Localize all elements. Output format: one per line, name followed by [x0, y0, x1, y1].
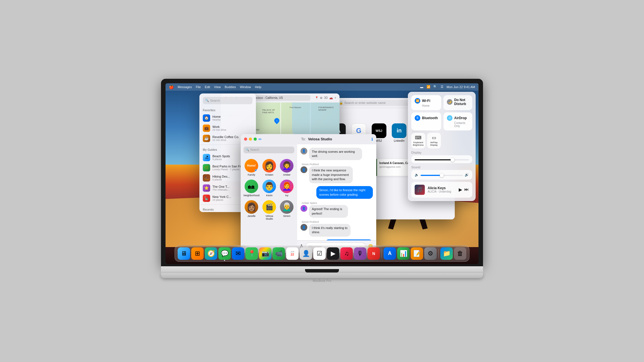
play-icon[interactable]: ▶: [459, 187, 462, 192]
contact-kevin[interactable]: 👨 Kevin: [261, 178, 278, 198]
menubar-app-name[interactable]: Messages: [178, 85, 192, 89]
chat-msg-2-group: Simon Pickford 👤 I think the new sequenc…: [301, 163, 362, 183]
messages-minimize-button[interactable]: [249, 138, 252, 141]
msg5-sender: Simon Pickford: [301, 221, 360, 223]
dock-photos[interactable]: 📷: [259, 247, 271, 260]
dock: 🖥 ⊞ 🧭 💬 ✉ 📍: [175, 245, 469, 262]
dock-music[interactable]: ♫: [340, 247, 353, 260]
airdrop-icon: ⊙: [447, 115, 452, 121]
dock-launchpad[interactable]: ⊞: [191, 247, 204, 260]
numbers-icon: 📊: [400, 250, 407, 257]
dock-mail[interactable]: ✉: [232, 247, 244, 260]
contact-kristen[interactable]: 👩 Kristen: [261, 158, 278, 177]
menubar-buddies[interactable]: Buddies: [225, 85, 236, 89]
search-icon[interactable]: 🔍: [433, 85, 438, 89]
dock-reminders[interactable]: ☑: [313, 247, 326, 260]
ivy-avatar: 👩‍🦰: [280, 180, 293, 193]
dock-appletv[interactable]: ▶: [327, 247, 339, 260]
album-art: 🎵: [415, 185, 425, 195]
layers-icon[interactable]: ⊞: [320, 96, 322, 99]
zoom-in-icon[interactable]: +: [334, 96, 336, 99]
notification-icon[interactable]: ☰: [440, 85, 444, 89]
msg4-sender: Amber Spiers: [301, 202, 356, 204]
messages-search-field[interactable]: 🔍 Search: [243, 147, 294, 153]
macbook-label: MacBook Pro: [161, 278, 483, 284]
home-icon: 🏠: [203, 114, 210, 122]
dock-news[interactable]: N: [367, 247, 380, 260]
compose-icon[interactable]: ✏: [258, 137, 262, 141]
cc-sound-knob[interactable]: [440, 173, 444, 177]
battery-icon: ▬: [419, 85, 424, 89]
menubar-window[interactable]: Window: [240, 85, 251, 89]
menubar-right: ▬ 📶 🔍 ☰ Mon Jun 22 9:41 AM: [419, 85, 475, 89]
maps-item-home[interactable]: 🏠 Home Nearby: [199, 113, 256, 123]
chat-msg-5-group: Simon Pickford 👤 I think it's really sta…: [301, 221, 360, 237]
messages-close-button[interactable]: [244, 138, 247, 141]
3d-icon[interactable]: 3D: [324, 96, 328, 99]
maps-item-work[interactable]: 💼 Work 23 min drive: [199, 123, 256, 133]
apple-menu[interactable]: 🍎: [169, 85, 174, 89]
dock-appstore[interactable]: A: [384, 247, 396, 260]
dock-facetime[interactable]: 📹: [273, 247, 285, 260]
msg4-bubble: Agreed! The ending is perfect!: [309, 205, 348, 218]
skip-icon[interactable]: ⏭: [464, 187, 469, 192]
dock-finder[interactable]: 🖥: [178, 247, 190, 260]
macbook-notch: [305, 269, 339, 272]
dock-calendar[interactable]: JUN 22: [286, 247, 299, 260]
dock-sysprefs[interactable]: ⚙: [424, 247, 437, 260]
dock-maps[interactable]: 📍: [245, 247, 258, 260]
dock-podcasts[interactable]: 🎙: [354, 247, 366, 260]
menubar-view[interactable]: View: [214, 85, 221, 89]
music-controls: ▶ ⏭: [459, 187, 469, 192]
cc-top-grid: 📶 Wi-Fi Home 🌙 Do NotDisturb: [411, 95, 472, 130]
beach-icon: 🏖: [203, 154, 210, 161]
neighborhood-name: Neighborhood: [243, 194, 260, 197]
traffic-icon[interactable]: 🚗: [329, 96, 333, 99]
dock-safari[interactable]: 🧭: [205, 247, 217, 260]
messages-maximize-button[interactable]: [254, 138, 257, 141]
fav-item-linkedin[interactable]: in LinkedIn: [391, 123, 408, 145]
maps-search-placeholder: Search: [210, 99, 220, 102]
cc-bluetooth-tile[interactable]: B Bluetooth: [411, 112, 441, 130]
dock-finder2[interactable]: 📁: [440, 247, 453, 260]
onetw-icon: ⭐: [203, 184, 210, 192]
cc-airplay-tile[interactable]: ▭ AirPlayDisplay: [427, 133, 441, 149]
news-icon: N: [372, 251, 375, 256]
cc-keyboard-tile[interactable]: ⌨ KeyboardBrightness: [411, 133, 425, 149]
menubar-help[interactable]: Help: [255, 85, 261, 89]
contact-simon[interactable]: 👨‍🦳 Simon: [279, 199, 295, 221]
hiking-icon: 🥾: [203, 174, 210, 182]
kevin-name: Kevin: [266, 194, 273, 197]
dock-messages[interactable]: 💬: [218, 247, 231, 260]
cc-display-knob[interactable]: [451, 158, 454, 162]
dock-contacts[interactable]: 👤: [300, 247, 312, 260]
newyork-icon: 🗽: [203, 195, 210, 202]
messages-info-icon[interactable]: ℹ: [371, 137, 373, 141]
dock-pages[interactable]: 📝: [411, 247, 423, 260]
dock-numbers[interactable]: 📊: [397, 247, 410, 260]
menubar-file[interactable]: File: [196, 85, 201, 89]
appstore-icon: A: [388, 250, 392, 256]
maps-search-bar[interactable]: 🔍 Search: [203, 97, 253, 104]
wifi-icon[interactable]: 📶: [426, 85, 431, 89]
macbook-bottom-bar: [161, 273, 483, 278]
contact-velosa[interactable]: 🎬 Velosa Studio: [261, 199, 278, 221]
contact-ivy[interactable]: 👩‍🦰 Ivy: [279, 178, 295, 198]
dock-trash[interactable]: 🗑: [454, 247, 466, 260]
cc-display-slider-row: [411, 155, 472, 163]
chat-msg-4: 👤 Agreed! The ending is perfect!: [301, 205, 348, 218]
cc-dnd-tile[interactable]: 🌙 Do NotDisturb: [443, 95, 472, 110]
cc-sound-slider[interactable]: [421, 175, 463, 176]
menubar-edit[interactable]: Edit: [205, 85, 210, 89]
contact-amber[interactable]: 👩‍🦱 Amber: [279, 158, 295, 177]
cc-wifi-tile[interactable]: 📶 Wi-Fi Home: [411, 95, 441, 110]
chat-msg-1: 👤 The driving scenes are working well.: [301, 148, 362, 160]
cc-airdrop-tile[interactable]: ⊙ AirDrop Contacts Only: [443, 112, 472, 130]
cc-display-slider[interactable]: [415, 159, 469, 160]
contact-neighborhood[interactable]: 🏘 Neighborhood: [243, 178, 260, 198]
contact-janelle[interactable]: 👩🏽 Janelle: [243, 199, 260, 221]
airplay-icon: ▭: [432, 135, 436, 140]
music-info: Alicia Keys ALICIA · Underdog: [428, 186, 456, 193]
contact-family[interactable]: Home! Family: [243, 158, 260, 177]
neighborhood-avatar: 🏘: [245, 180, 258, 193]
